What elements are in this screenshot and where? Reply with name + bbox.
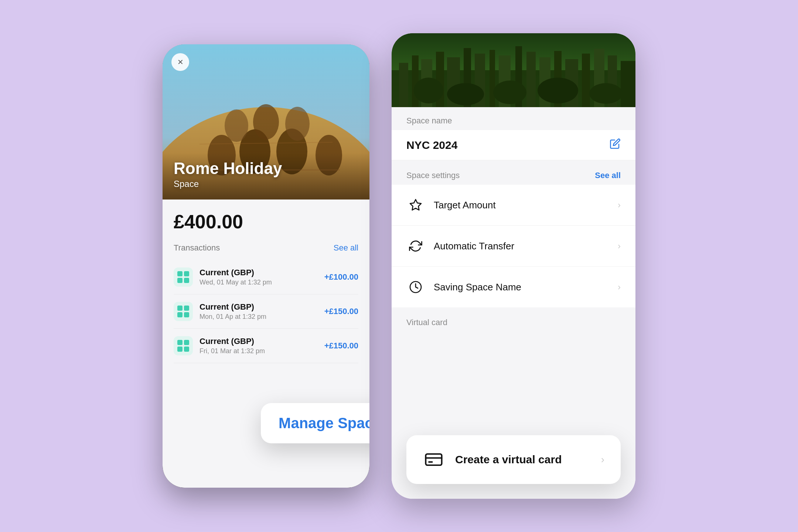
virtual-card-label: Create a virtual card (455, 453, 562, 466)
transaction-info: Current (GBP) Fri, 01 Mar at 1:32 pm (200, 337, 324, 355)
svg-point-36 (589, 83, 623, 104)
virtual-card-section-label: Virtual card (392, 307, 635, 332)
transaction-icon (174, 267, 193, 287)
table-row[interactable]: Current (GBP) Mon, 01 Ap at 1:32 pm +£15… (174, 294, 358, 329)
left-phone: ✕ Rome Holiday Space £400.00 Transaction… (163, 44, 369, 488)
create-virtual-card-popup[interactable]: Create a virtual card › (406, 435, 621, 484)
space-name-value: NYC 2024 (406, 139, 457, 151)
svg-rect-24 (526, 52, 536, 107)
transaction-name: Current (GBP) (200, 337, 324, 346)
vc-left: Create a virtual card (423, 449, 562, 471)
nyc-skyline-illustration (392, 33, 635, 107)
svg-rect-39 (426, 454, 441, 465)
settings-see-all[interactable]: See all (595, 171, 621, 180)
close-icon: ✕ (177, 58, 184, 66)
transaction-icon (174, 336, 193, 355)
transaction-date: Wed, 01 May at 1:32 pm (200, 279, 324, 286)
svg-point-33 (447, 83, 484, 105)
chevron-right-icon: › (618, 200, 621, 210)
space-name-label: Space name (392, 107, 635, 126)
edit-icon[interactable] (610, 138, 621, 152)
transaction-list: Current (GBP) Wed, 01 May at 1:32 pm +£1… (174, 260, 358, 363)
svg-rect-14 (399, 63, 408, 107)
nyc-photo (392, 33, 635, 107)
transaction-amount: +£150.00 (324, 341, 358, 351)
transaction-date: Mon, 01 Ap at 1:32 pm (200, 313, 324, 321)
chevron-right-icon: › (618, 282, 621, 292)
transactions-header: Transactions See all (174, 243, 358, 253)
manage-space-label: Manage Space (279, 415, 369, 431)
space-name-row: NYC 2024 (392, 130, 635, 160)
svg-point-35 (538, 78, 578, 103)
transaction-info: Current (GBP) Wed, 01 May at 1:32 pm (200, 268, 324, 286)
automatic-transfer-label: Automatic Transfer (434, 241, 618, 252)
card-content: £400.00 Transactions See all Current (GB… (163, 200, 369, 363)
transaction-name: Current (GBP) (200, 268, 324, 277)
automatic-transfer-item[interactable]: Automatic Transfer › (392, 226, 635, 267)
right-phone: Space name NYC 2024 Space settings See a… (392, 33, 635, 499)
table-row[interactable]: Current (GBP) Fri, 01 Mar at 1:32 pm +£1… (174, 329, 358, 363)
settings-label: Space settings (406, 171, 460, 180)
svg-rect-31 (621, 61, 635, 107)
star-icon (406, 196, 425, 214)
transaction-info: Current (GBP) Mon, 01 Ap at 1:32 pm (200, 302, 324, 321)
settings-header: Space settings See all (392, 160, 635, 185)
svg-point-34 (493, 81, 526, 104)
target-amount-label: Target Amount (434, 200, 618, 211)
settings-card: Target Amount › Automatic Transfer › (392, 185, 635, 307)
saving-space-name-item[interactable]: Saving Space Name › (392, 267, 635, 307)
svg-rect-21 (490, 50, 495, 107)
target-amount-item[interactable]: Target Amount › (392, 185, 635, 226)
transaction-name: Current (GBP) (200, 302, 324, 312)
hero-title: Rome Holiday (174, 160, 282, 177)
right-inner: Space name NYC 2024 Space settings See a… (392, 33, 635, 499)
balance-display: £400.00 (174, 211, 358, 233)
table-row[interactable]: Current (GBP) Wed, 01 May at 1:32 pm +£1… (174, 260, 358, 294)
transaction-date: Fri, 01 Mar at 1:32 pm (200, 347, 324, 355)
hero-image: ✕ Rome Holiday Space (163, 44, 369, 200)
chevron-right-icon: › (601, 454, 604, 466)
manage-space-popup[interactable]: Manage Space (261, 403, 369, 443)
refresh-icon (406, 237, 425, 255)
transaction-amount: +£150.00 (324, 307, 358, 316)
transactions-label: Transactions (174, 243, 220, 253)
svg-point-32 (414, 78, 443, 103)
chevron-right-icon: › (618, 241, 621, 251)
svg-rect-28 (582, 54, 590, 107)
hero-text-block: Rome Holiday Space (174, 160, 282, 189)
saving-space-name-label: Saving Space Name (434, 282, 618, 293)
transaction-amount: +£100.00 (324, 272, 358, 282)
card-icon (423, 449, 445, 471)
svg-marker-37 (410, 200, 421, 210)
hero-subtitle: Space (174, 179, 282, 189)
transactions-see-all[interactable]: See all (334, 243, 358, 253)
close-button[interactable]: ✕ (171, 53, 189, 71)
svg-rect-15 (412, 55, 419, 107)
tag-icon (406, 278, 425, 296)
transaction-icon (174, 302, 193, 321)
